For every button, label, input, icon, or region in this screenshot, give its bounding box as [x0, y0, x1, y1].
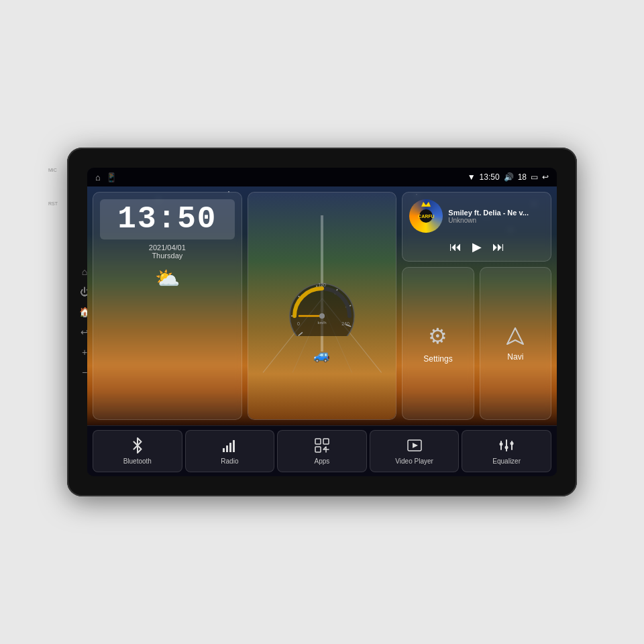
device: MIC RST ⌂ ⏻ 🏠 ↩ + − ⌂ 📱 ▼ 13:50 🔊 18 ▭ ↩ — [67, 148, 577, 496]
prev-button[interactable]: ⏮ — [449, 240, 462, 254]
settings-widget[interactable]: ⚙ Settings — [402, 267, 474, 420]
svg-rect-20 — [223, 448, 225, 452]
volume-level: 18 — [518, 172, 527, 182]
equalizer-label: Equalizer — [492, 458, 521, 465]
radio-label: Radio — [221, 458, 238, 465]
speedometer-container: 0 120 240 km/h — [285, 276, 359, 336]
svg-point-4 — [290, 284, 354, 336]
video-player-button[interactable]: Video Player — [370, 430, 460, 472]
settings-icon: ⚙ — [428, 323, 447, 349]
back-nav-icon[interactable]: ↩ — [542, 172, 549, 182]
video-player-label: Video Player — [395, 458, 433, 465]
svg-text:240: 240 — [341, 321, 350, 326]
navi-icon — [504, 325, 526, 347]
settings-label: Settings — [423, 354, 452, 364]
music-top: CARFU Smiley ft. Delia - Ne v... Unknown — [409, 199, 544, 233]
svg-point-32 — [505, 446, 508, 449]
radio-icon — [221, 437, 237, 453]
weather-icon: ⛅ — [100, 266, 235, 290]
right-column: CARFU Smiley ft. Delia - Ne v... Unknown… — [402, 192, 551, 420]
navi-label: Navi — [507, 352, 523, 362]
speedometer-widget[interactable]: 🚙 — [248, 192, 397, 420]
volume-icon: 🔊 — [504, 172, 514, 182]
apps-button[interactable]: Apps — [277, 430, 367, 472]
apps-label: Apps — [315, 458, 330, 465]
settings-navi-row: ⚙ Settings Navi — [402, 267, 551, 420]
status-right: ▼ 13:50 🔊 18 ▭ ↩ — [468, 172, 549, 182]
bottom-bar: Bluetooth Radio — [87, 425, 557, 476]
bluetooth-icon — [129, 437, 146, 453]
music-artist: Unknown — [448, 217, 544, 224]
navi-widget[interactable]: Navi — [480, 267, 551, 420]
music-widget[interactable]: CARFU Smiley ft. Delia - Ne v... Unknown… — [402, 192, 551, 262]
svg-text:km/h: km/h — [317, 321, 326, 325]
equalizer-icon — [498, 437, 515, 453]
clock-widget[interactable]: 13:50 2021/04/01 Thursday ⛅ — [93, 192, 242, 420]
battery-icon: ▭ — [531, 172, 538, 182]
music-info: Smiley ft. Delia - Ne v... Unknown — [448, 209, 544, 224]
svg-text:120: 120 — [318, 282, 326, 287]
clock-date: 2021/04/01 — [100, 244, 235, 252]
car-icon: 🚙 — [313, 347, 330, 363]
status-left: ⌂ 📱 — [95, 172, 117, 182]
video-icon — [407, 437, 423, 453]
main-content: 13:50 2021/04/01 Thursday ⛅ — [87, 186, 557, 425]
clock-day: Thursday — [100, 252, 235, 260]
top-row: 13:50 2021/04/01 Thursday ⛅ — [93, 192, 551, 420]
mic-label: MIC — [48, 168, 57, 172]
svg-point-34 — [511, 442, 514, 445]
apps-icon — [314, 437, 330, 453]
svg-rect-22 — [229, 443, 231, 452]
svg-rect-23 — [233, 440, 235, 452]
svg-marker-18 — [421, 202, 431, 207]
rst-label: RST — [48, 201, 58, 206]
svg-marker-19 — [507, 328, 523, 344]
music-controls: ⏮ ▶ ⏭ — [409, 239, 544, 254]
music-title: Smiley ft. Delia - Ne v... — [448, 209, 544, 217]
svg-rect-25 — [323, 439, 329, 444]
svg-rect-24 — [315, 439, 321, 444]
phone-icon[interactable]: 📱 — [106, 172, 117, 182]
bluetooth-button[interactable]: Bluetooth — [93, 430, 182, 472]
content-grid: 13:50 2021/04/01 Thursday ⛅ — [87, 186, 557, 425]
status-time: 13:50 — [480, 172, 500, 182]
svg-point-13 — [319, 313, 325, 319]
svg-rect-21 — [226, 445, 228, 452]
equalizer-button[interactable]: Equalizer — [462, 430, 551, 472]
svg-rect-26 — [315, 447, 321, 452]
album-art: CARFU — [409, 199, 443, 233]
wifi-icon: ▼ — [468, 172, 476, 182]
clock-time: 13:50 — [100, 199, 235, 239]
svg-point-30 — [500, 443, 503, 446]
svg-marker-28 — [413, 443, 418, 448]
status-bar: ⌂ 📱 ▼ 13:50 🔊 18 ▭ ↩ — [87, 168, 557, 186]
radio-button[interactable]: Radio — [185, 430, 275, 472]
play-button[interactable]: ▶ — [472, 239, 482, 254]
screen: ⌂ 📱 ▼ 13:50 🔊 18 ▭ ↩ — [87, 168, 557, 476]
bluetooth-label: Bluetooth — [123, 458, 152, 465]
next-button[interactable]: ⏭ — [492, 240, 504, 254]
home-icon[interactable]: ⌂ — [95, 172, 101, 182]
svg-text:0: 0 — [297, 321, 300, 326]
